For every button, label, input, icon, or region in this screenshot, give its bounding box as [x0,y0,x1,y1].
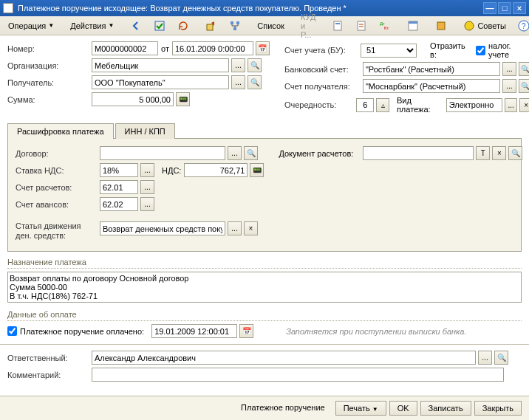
sum-calc-icon[interactable]: 📟 [176,92,190,106]
close-button[interactable]: × [513,2,526,14]
svg-rect-11 [409,21,417,24]
flow-input[interactable] [100,221,225,235]
sum-label: Сумма: [7,95,89,104]
recip-acc-open-icon[interactable]: 🔍 [519,79,529,93]
acc1-input[interactable] [100,180,138,194]
content: Номер: от 📅 Организация: ...🔍 Получатель… [0,35,529,388]
pay-type-select-icon[interactable]: ... [505,98,518,112]
acc2-input[interactable] [100,197,138,211]
svg-rect-6 [335,23,340,24]
bank-acc-input[interactable] [363,62,500,76]
form-icon[interactable] [402,18,424,34]
svg-text:Кт: Кт [384,26,389,30]
doc-label: Документ расчетов: [279,149,360,158]
account-select[interactable]: 51 [361,44,417,58]
tax-checkbox[interactable] [476,46,485,55]
date-picker-icon[interactable]: 📅 [256,41,270,55]
dtkt-icon[interactable]: ДтКт [374,18,396,34]
svg-text:?: ? [522,22,526,30]
priority-label: Очередность: [284,100,353,109]
list-button[interactable]: Список [252,19,290,32]
save-button[interactable]: Записать [420,401,471,416]
org-input[interactable] [92,58,229,72]
svg-rect-3 [236,21,239,24]
print-button[interactable]: Печать ▼ [335,401,386,416]
paid-checkbox[interactable] [7,326,17,336]
titlebar: Платежное поручение исходящее: Возврат д… [0,0,529,16]
maximize-button[interactable]: □ [498,2,511,14]
svg-rect-5 [334,21,341,30]
resp-input[interactable] [92,351,476,365]
org-label: Организация: [7,61,89,70]
bank-acc-select-icon[interactable]: ... [502,62,516,76]
priority-spin-icon[interactable]: ▵ [376,98,389,112]
post-icon[interactable] [149,18,171,34]
acc1-select-icon[interactable]: ... [140,180,154,194]
number-input[interactable] [92,41,158,55]
tab-inn-kpp[interactable]: ИНН / КПП [115,123,175,139]
doc-clear-icon[interactable]: × [492,146,506,160]
tab-detail[interactable]: Расшифровка платежа [7,123,114,139]
contract-select-icon[interactable]: ... [228,146,242,160]
pay-type-input[interactable] [446,98,502,112]
toolbar: Операция ▼ Действия ▼ Список КУД и Р... … [0,16,529,35]
number-label: Номер: [7,44,89,53]
actions-menu[interactable]: Действия ▼ [65,19,119,32]
comment-label: Комментарий: [7,371,89,379]
vat-rate-select-icon[interactable]: ... [140,163,154,177]
org-select-icon[interactable]: ... [231,58,245,72]
vat-rate-input[interactable] [100,163,138,177]
flow-clear-icon[interactable]: × [244,221,258,235]
doc-t-icon[interactable]: T [476,146,490,160]
recipient-select-icon[interactable]: ... [231,75,245,89]
resp-open-icon[interactable]: 🔍 [494,351,508,365]
po-link[interactable]: Платежное поручение [233,401,332,416]
recip-acc-input[interactable] [363,79,500,93]
priority-input[interactable] [356,98,374,112]
bank-acc-open-icon[interactable]: 🔍 [519,62,529,76]
paid-hint: Заполняется при поступлении выписки банк… [286,327,466,336]
doc-open-icon[interactable]: 🔍 [508,146,522,160]
report2-icon[interactable] [350,18,372,34]
from-label: от [161,44,169,53]
recipient-input[interactable] [92,75,229,89]
report1-icon[interactable] [327,18,349,34]
help-icon[interactable]: ? [513,18,529,34]
flow-select-icon[interactable]: ... [228,221,242,235]
resp-label: Ответственный: [7,354,89,362]
contract-input[interactable] [100,146,225,160]
vat-input[interactable] [184,163,248,177]
structure-icon[interactable] [224,18,246,34]
sum-input[interactable] [92,92,174,106]
back-icon[interactable] [125,18,147,34]
vat-calc-icon[interactable]: 📟 [250,163,264,177]
date-input[interactable] [172,41,253,55]
doc-input[interactable] [363,146,474,160]
advice-button[interactable]: Советы [458,18,511,34]
acc2-select-icon[interactable]: ... [140,197,154,211]
tab-body: Договор: ...🔍 Ставка НДС: ... НДС: 📟 Сче… [7,139,522,252]
reflect-label: Отразить в: [430,41,473,59]
paid-date-input[interactable] [151,324,237,338]
pay-type-clear-icon[interactable]: × [519,98,529,112]
comment-input[interactable] [92,368,504,382]
org-open-icon[interactable]: 🔍 [248,58,262,72]
svg-rect-7 [358,21,365,30]
recip-acc-select-icon[interactable]: ... [502,79,516,93]
paid-date-picker-icon[interactable]: 📅 [239,324,253,338]
tax-label: налог. учете [488,41,529,59]
purpose-textarea[interactable] [7,272,522,303]
resp-select-icon[interactable]: ... [478,351,492,365]
minimize-button[interactable]: — [483,2,496,14]
close-form-button[interactable]: Закрыть [474,401,522,416]
svg-rect-4 [233,27,236,30]
ok-button[interactable]: OK [389,401,417,416]
vat-rate-label: Ставка НДС: [16,166,97,175]
goto-icon[interactable] [200,18,222,34]
payment-title: Данные об оплате [7,310,522,321]
contract-open-icon[interactable]: 🔍 [244,146,258,160]
operation-menu[interactable]: Операция ▼ [3,19,59,32]
refresh-icon[interactable] [172,18,194,34]
recipient-open-icon[interactable]: 🔍 [248,75,262,89]
pin-icon[interactable] [430,18,452,34]
